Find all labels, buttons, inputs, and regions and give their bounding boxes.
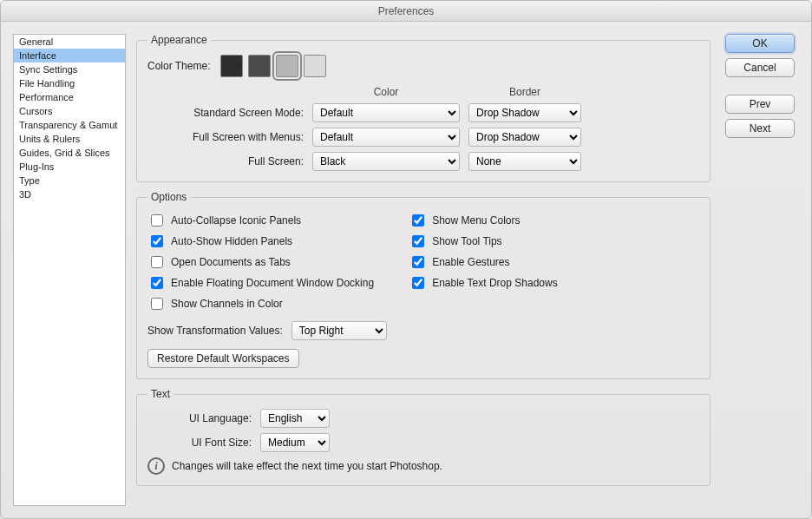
- fullscreen-menus-border-select[interactable]: Drop Shadow: [468, 128, 581, 147]
- dialog-buttons: OK Cancel Prev Next: [721, 34, 799, 506]
- transform-row: Show Transformation Values: Top Right: [147, 321, 699, 340]
- ui-language-select[interactable]: English: [260, 409, 330, 428]
- preferences-window: Preferences GeneralInterfaceSync Setting…: [0, 0, 812, 519]
- option-label: Enable Gestures: [432, 256, 509, 268]
- option-checkbox[interactable]: [412, 235, 424, 247]
- option-checkbox[interactable]: [151, 214, 163, 227]
- sidebar-item-sync-settings[interactable]: Sync Settings: [14, 62, 125, 76]
- option-show-channels-in-color[interactable]: Show Channels in Color: [147, 295, 374, 312]
- fullscreen-border-select[interactable]: None: [468, 152, 581, 171]
- ui-fontsize-label: UI Font Size:: [147, 437, 252, 449]
- option-checkbox[interactable]: [151, 277, 163, 289]
- options-right-column: Show Menu ColorsShow Tool TipsEnable Ges…: [409, 212, 558, 312]
- options-group: Options Auto-Collapse Iconic PanelsAuto-…: [136, 191, 710, 379]
- option-open-documents-as-tabs[interactable]: Open Documents as Tabs: [147, 253, 374, 271]
- info-text: Changes will take effect the next time y…: [172, 460, 442, 472]
- sidebar-item-type[interactable]: Type: [14, 174, 125, 187]
- text-legend: Text: [147, 388, 174, 400]
- sidebar-item-guides-grid-slices[interactable]: Guides, Grid & Slices: [14, 146, 125, 160]
- color-theme-label: Color Theme:: [147, 60, 210, 72]
- sidebar-item-file-handling[interactable]: File Handling: [14, 76, 125, 90]
- sidebar-item-general[interactable]: General: [14, 35, 125, 49]
- ui-language-row: UI Language: English: [147, 409, 699, 428]
- color-theme-swatch-1[interactable]: [248, 55, 271, 77]
- ui-fontsize-select[interactable]: Medium: [260, 433, 330, 452]
- option-checkbox[interactable]: [151, 298, 163, 310]
- option-checkbox[interactable]: [412, 277, 424, 289]
- ui-fontsize-row: UI Font Size: Medium: [147, 433, 699, 452]
- info-icon: i: [147, 457, 165, 475]
- fullscreen-menus-label: Full Screen with Menus:: [174, 131, 304, 143]
- transform-select[interactable]: Top Right: [291, 321, 387, 340]
- option-label: Show Tool Tips: [432, 235, 502, 247]
- option-label: Auto-Collapse Iconic Panels: [171, 214, 301, 227]
- standard-screen-color-select[interactable]: Default: [312, 103, 460, 122]
- option-label: Enable Text Drop Shadows: [432, 277, 558, 289]
- option-checkbox[interactable]: [412, 256, 424, 268]
- option-label: Auto-Show Hidden Panels: [171, 235, 292, 247]
- option-label: Open Documents as Tabs: [171, 256, 291, 268]
- border-column-header: Border: [468, 86, 581, 98]
- sidebar-item-transparency-gamut[interactable]: Transparency & Gamut: [14, 118, 125, 132]
- color-theme-swatch-2[interactable]: [276, 55, 298, 77]
- color-theme-row: Color Theme:: [147, 55, 699, 77]
- option-label: Show Menu Colors: [432, 214, 520, 227]
- option-checkbox[interactable]: [412, 214, 424, 227]
- restore-workspaces-button[interactable]: Restore Default Workspaces: [147, 349, 299, 368]
- standard-screen-label: Standard Screen Mode:: [174, 107, 304, 119]
- option-checkbox[interactable]: [151, 235, 163, 247]
- fullscreen-label: Full Screen:: [174, 155, 304, 168]
- ui-language-label: UI Language:: [147, 412, 252, 424]
- category-sidebar: GeneralInterfaceSync SettingsFile Handli…: [13, 34, 126, 506]
- info-row: i Changes will take effect the next time…: [147, 457, 699, 475]
- appearance-legend: Appearance: [147, 34, 211, 46]
- option-enable-gestures[interactable]: Enable Gestures: [409, 253, 558, 271]
- fullscreen-color-select[interactable]: Black: [312, 152, 460, 171]
- option-label: Show Channels in Color: [171, 298, 283, 310]
- fullscreen-menus-color-select[interactable]: Default: [312, 128, 460, 147]
- option-auto-show-hidden-panels[interactable]: Auto-Show Hidden Panels: [147, 233, 374, 250]
- color-theme-swatches: [220, 55, 326, 77]
- cancel-button[interactable]: Cancel: [725, 58, 795, 77]
- sidebar-item-units-rulers[interactable]: Units & Rulers: [14, 132, 125, 146]
- standard-screen-border-select[interactable]: Drop Shadow: [468, 103, 581, 122]
- options-legend: Options: [147, 191, 190, 203]
- screen-mode-grid: Color Border Standard Screen Mode: Defau…: [174, 86, 699, 171]
- next-button[interactable]: Next: [725, 119, 795, 138]
- sidebar-item-3d[interactable]: 3D: [14, 187, 125, 201]
- option-checkbox[interactable]: [151, 256, 163, 268]
- sidebar-item-plug-ins[interactable]: Plug-Ins: [14, 160, 125, 174]
- appearance-group: Appearance Color Theme: Color Border Sta…: [136, 34, 710, 182]
- option-label: Enable Floating Document Window Docking: [171, 277, 374, 289]
- ok-button[interactable]: OK: [725, 34, 795, 53]
- options-body: Auto-Collapse Iconic PanelsAuto-Show Hid…: [147, 212, 699, 312]
- option-auto-collapse-iconic-panels[interactable]: Auto-Collapse Iconic Panels: [147, 212, 374, 229]
- color-theme-swatch-3[interactable]: [304, 55, 326, 77]
- prev-button[interactable]: Prev: [725, 95, 795, 114]
- sidebar-item-performance[interactable]: Performance: [14, 90, 125, 104]
- option-show-tool-tips[interactable]: Show Tool Tips: [409, 233, 558, 250]
- option-enable-floating-document-window-docking[interactable]: Enable Floating Document Window Docking: [147, 274, 374, 292]
- window-title: Preferences: [1, 1, 811, 22]
- color-column-header: Color: [312, 86, 460, 98]
- sidebar-item-cursors[interactable]: Cursors: [14, 104, 125, 118]
- option-show-menu-colors[interactable]: Show Menu Colors: [409, 212, 558, 229]
- transform-label: Show Transformation Values:: [147, 325, 283, 337]
- window-body: GeneralInterfaceSync SettingsFile Handli…: [1, 22, 811, 518]
- text-group: Text UI Language: English UI Font Size: …: [136, 388, 710, 486]
- color-theme-swatch-0[interactable]: [220, 55, 243, 77]
- main-panel: Appearance Color Theme: Color Border Sta…: [136, 34, 710, 506]
- options-left-column: Auto-Collapse Iconic PanelsAuto-Show Hid…: [147, 212, 374, 312]
- option-enable-text-drop-shadows[interactable]: Enable Text Drop Shadows: [409, 274, 558, 292]
- sidebar-item-interface[interactable]: Interface: [14, 49, 125, 62]
